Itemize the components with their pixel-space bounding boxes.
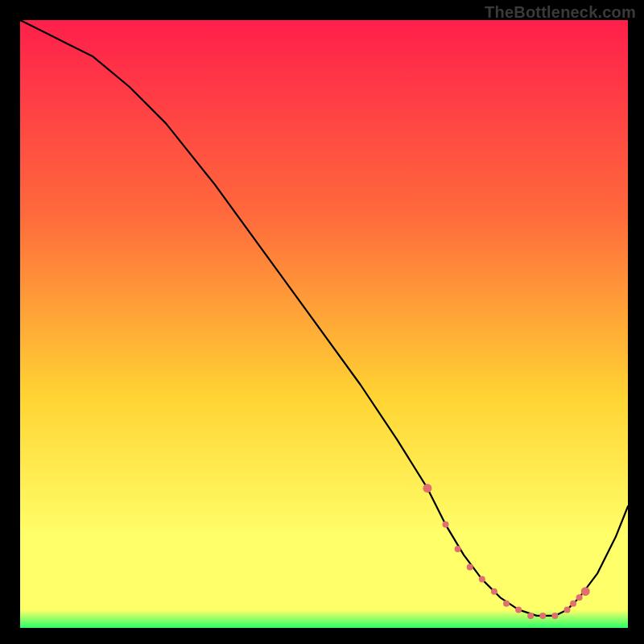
bottleneck-chart xyxy=(0,0,644,644)
highlight-dot xyxy=(576,594,583,601)
highlight-dot xyxy=(455,546,461,552)
highlight-dot xyxy=(423,484,431,493)
plot-area xyxy=(20,20,628,628)
chart-frame: { "watermark": "TheBottleneck.com", "col… xyxy=(0,0,644,644)
highlight-dot xyxy=(467,564,473,571)
watermark-label: TheBottleneck.com xyxy=(485,3,636,22)
highlight-dot xyxy=(491,588,497,595)
highlight-dot xyxy=(479,576,485,583)
highlight-dot xyxy=(581,587,590,596)
highlight-dot xyxy=(551,613,558,619)
highlight-dot xyxy=(570,601,576,607)
highlight-dot xyxy=(443,522,449,528)
highlight-dot xyxy=(564,606,571,613)
highlight-dot xyxy=(515,606,522,613)
highlight-dot xyxy=(539,613,546,619)
highlight-dot xyxy=(503,601,510,607)
highlight-dot xyxy=(527,613,534,619)
